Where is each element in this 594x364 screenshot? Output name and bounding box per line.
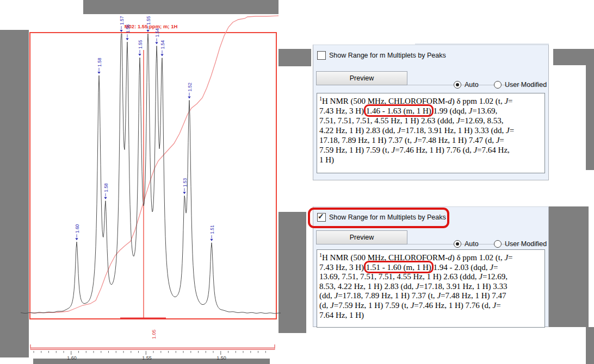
- svg-text:1.60: 1.60: [67, 355, 77, 361]
- user-modified-radio-group: User Modified: [494, 240, 547, 248]
- nmr-spectrum-canvas[interactable]: M02: 1.55 ppm; m; 1H1.601.581.581.571.56…: [0, 0, 296, 364]
- show-range-checkbox-label: Show Range for m Multiplets by Peaks: [329, 52, 446, 59]
- show-range-checkbox[interactable]: [317, 213, 326, 222]
- nmr-description-textbox[interactable]: 1H NMR (500 MHz, CHLOROFORM-d) δ ppm 1.0…: [317, 249, 545, 328]
- nmr-text-line: 7.59 Hz, 1 H) 7.59 (t, J=7.46 Hz, 1 H) 7…: [319, 145, 543, 155]
- svg-text:1.58: 1.58: [97, 58, 102, 67]
- show-range-checkbox-label: Show Range for m Multiplets by Peaks: [329, 214, 446, 221]
- auto-radio-group: Auto: [454, 240, 479, 248]
- auto-radio-label: Auto: [465, 240, 479, 248]
- multiplet-options-panel-unchecked: Show Range for m Multiplets by Peaks Pre…: [313, 45, 549, 180]
- svg-text:1.53: 1.53: [182, 178, 188, 187]
- auto-radio[interactable]: [454, 240, 461, 248]
- svg-text:1.54: 1.54: [154, 28, 160, 37]
- background-block-bottom-right: [548, 206, 589, 327]
- background-strip-bottom-right: [586, 327, 594, 364]
- svg-text:1.51: 1.51: [209, 225, 215, 234]
- preview-tab[interactable]: Preview: [316, 71, 407, 85]
- highlight-annotation-range: 1.46 - 1.63 (m, 1 H): [366, 106, 431, 115]
- nmr-text-line: (dd, J=17.18, 7.89 Hz, 1 H) 7.37 (t, J=7…: [319, 291, 543, 301]
- show-range-checkbox[interactable]: [317, 51, 326, 60]
- svg-text:1.52: 1.52: [187, 83, 193, 92]
- svg-text:1.60: 1.60: [75, 224, 80, 233]
- svg-text:1.55: 1.55: [146, 16, 151, 25]
- user-modified-radio-group: User Modified: [494, 81, 547, 89]
- svg-text:1.57: 1.57: [119, 16, 125, 25]
- nmr-text-line: 1H NMR (500 MHz, CHLOROFORM-d) δ ppm 1.0…: [319, 250, 543, 263]
- show-range-row: Show Range for m Multiplets by Peaks: [317, 51, 446, 60]
- background-frame-top-right-h: [553, 49, 594, 65]
- svg-text:1.58: 1.58: [103, 183, 109, 192]
- svg-text:1.55: 1.55: [142, 355, 152, 361]
- highlight-annotation-range: 1.51 - 1.60 (m, 1 H): [366, 263, 431, 272]
- svg-text:1.55: 1.55: [138, 40, 143, 49]
- nmr-text-line: 7.64 Hz, 1 H): [319, 311, 543, 321]
- preview-tab[interactable]: Preview: [316, 230, 407, 244]
- nmr-text-line: 17.18, 7.89 Hz, 1 H) 7.37 (t, J=7.48 Hz,…: [319, 135, 543, 145]
- svg-text:1.54: 1.54: [160, 40, 165, 49]
- nmr-text-line: 4.22 Hz, 1 H) 2.83 (dd, J=17.18, 3.91 Hz…: [319, 125, 543, 135]
- auto-radio[interactable]: [454, 81, 461, 89]
- nmr-text-line: 7.43 Hz, 3 H) 1.46 - 1.63 (m, 1 H) 1.99 …: [319, 106, 543, 116]
- user-modified-radio-label: User Modified: [505, 81, 547, 89]
- auto-radio-group: Auto: [454, 81, 479, 89]
- show-range-row: Show Range for m Multiplets by Peaks: [317, 212, 446, 222]
- nmr-text-line: 1 H): [319, 155, 543, 165]
- background-frame-top-right-v: [586, 65, 594, 170]
- svg-text:M02: 1.55 ppm; m; 1H: M02: 1.55 ppm; m; 1H: [125, 23, 178, 29]
- auto-radio-label: Auto: [465, 81, 479, 89]
- nmr-spectrum: M02: 1.55 ppm; m; 1H1.601.581.581.571.56…: [0, 0, 296, 364]
- nmr-text-line: (d, J=7.59 Hz, 1 H) 7.59 (t, J=7.46 Hz, …: [319, 301, 543, 311]
- svg-text:1.50: 1.50: [216, 355, 226, 361]
- user-modified-radio-label: User Modified: [505, 240, 547, 248]
- nmr-text-line: 7.51, 7.51, 7.51, 4.55 Hz, 1 H) 2.63 (dd…: [319, 116, 543, 125]
- user-modified-radio[interactable]: [494, 81, 502, 89]
- svg-text:1.56: 1.56: [125, 24, 131, 33]
- nmr-text-line: 8.53, 4.22 Hz, 1 H) 2.83 (dd, J=17.18, 3…: [319, 282, 543, 292]
- nmr-text-line: 1H NMR (500 MHz, CHLOROFORM-d) δ ppm 1.0…: [319, 94, 543, 106]
- user-modified-radio[interactable]: [494, 240, 502, 248]
- nmr-description-textbox[interactable]: 1H NMR (500 MHz, CHLOROFORM-d) δ ppm 1.0…: [317, 93, 545, 173]
- nmr-text-line: 7.43 Hz, 3 H) 1.51 - 1.60 (m, 1 H) 1.94 …: [319, 263, 543, 273]
- multiplet-options-panel-checked: Show Range for m Multiplets by Peaks Pre…: [313, 206, 549, 327]
- svg-text:1.05: 1.05: [151, 329, 157, 339]
- nmr-text-line: 13.69, 7.51, 7.51, 7.51, 4.55 Hz, 1 H) 2…: [319, 272, 543, 282]
